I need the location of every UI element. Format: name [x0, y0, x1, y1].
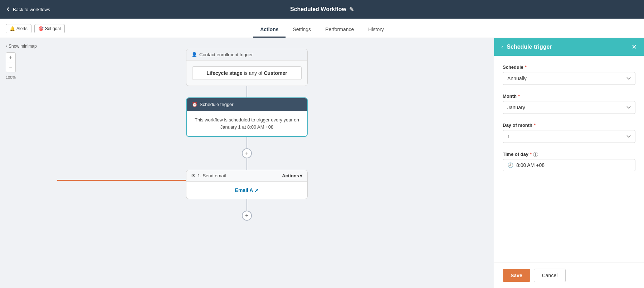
- tab-settings[interactable]: Settings: [286, 27, 318, 38]
- schedule-trigger-body: This workflow is scheduled to trigger ev…: [187, 111, 307, 136]
- connector-line-3: [247, 158, 247, 170]
- day-required-star: *: [534, 123, 536, 128]
- schedule-select[interactable]: Annually Monthly Weekly Daily: [503, 72, 635, 85]
- day-select-wrap: 1 2345 6789 10111213 14151617 18192021 2…: [503, 130, 635, 143]
- panel-body: Schedule * Annually Monthly Weekly Daily…: [494, 56, 644, 263]
- panel-header-left: ‹ Schedule trigger: [501, 44, 552, 50]
- workflow-title: Scheduled Workflow ✎: [290, 6, 354, 13]
- schedule-field-group: Schedule * Annually Monthly Weekly Daily: [503, 64, 635, 85]
- month-select[interactable]: January February March April May June Ju…: [503, 101, 635, 114]
- edit-workflow-title-icon[interactable]: ✎: [349, 6, 354, 13]
- tab-actions[interactable]: Actions: [253, 27, 286, 38]
- set-goal-button[interactable]: 🎯 Set goal: [34, 24, 65, 33]
- sub-nav-left-actions: 🔔 Alerts 🎯 Set goal: [6, 24, 65, 38]
- schedule-trigger-node[interactable]: ⏰ Schedule trigger This workflow is sche…: [186, 97, 308, 137]
- day-of-month-label: Day of month *: [503, 123, 635, 128]
- month-field-group: Month * January February March April May…: [503, 93, 635, 114]
- time-of-day-label: Time of day * i: [503, 152, 635, 157]
- main-layout: › Show minimap + − 100% 👤 Contact enroll…: [0, 38, 644, 288]
- time-of-day-field-group: Time of day * i 🕗: [503, 152, 635, 171]
- dropdown-arrow-icon: ▾: [300, 173, 302, 178]
- connector-line-2: [247, 137, 247, 148]
- add-action-button[interactable]: +: [242, 148, 252, 158]
- month-field-label: Month *: [503, 93, 635, 99]
- panel-back-button[interactable]: ‹: [501, 44, 503, 50]
- contact-icon: 👤: [191, 52, 197, 57]
- enrollment-trigger-header: 👤 Contact enrollment trigger: [186, 49, 307, 61]
- connector-line-1: [247, 86, 247, 97]
- goal-icon: 🎯: [38, 26, 44, 31]
- schedule-trigger-panel: ‹ Schedule trigger ✕ Schedule * Annually…: [494, 38, 644, 288]
- nav-tabs: Actions Settings Performance History: [253, 19, 391, 38]
- add-action-bottom-button[interactable]: +: [242, 211, 252, 221]
- send-email-actions-button[interactable]: Actions ▾: [282, 173, 302, 178]
- enrollment-trigger-node[interactable]: 👤 Contact enrollment trigger Lifecycle s…: [186, 49, 308, 86]
- sub-navigation: 🔔 Alerts 🎯 Set goal Actions Settings Per…: [0, 19, 644, 38]
- schedule-trigger-header: ⏰ Schedule trigger: [187, 98, 307, 111]
- day-of-month-field-group: Day of month * 1 2345 6789 10111213 1415…: [503, 123, 635, 143]
- panel-footer: Save Cancel: [494, 263, 644, 288]
- back-to-workflows-link[interactable]: Back to workflows: [6, 7, 50, 12]
- save-button[interactable]: Save: [503, 269, 530, 282]
- connector-line-4: [247, 199, 247, 211]
- workflow-nodes-area: 👤 Contact enrollment trigger Lifecycle s…: [0, 38, 494, 288]
- time-required-star: *: [530, 152, 532, 157]
- panel-title: Schedule trigger: [507, 44, 552, 50]
- connector-3: +: [242, 199, 252, 221]
- external-link-icon: ↗: [254, 187, 259, 193]
- cancel-button[interactable]: Cancel: [534, 269, 566, 282]
- schedule-required-star: *: [525, 64, 527, 70]
- email-icon: ✉: [191, 173, 195, 178]
- clock-icon: ⏰: [192, 102, 197, 107]
- time-info-icon[interactable]: i: [533, 152, 538, 157]
- back-arrow-icon: [6, 7, 11, 12]
- panel-close-button[interactable]: ✕: [631, 43, 637, 51]
- connector-1: [247, 86, 247, 97]
- alerts-button[interactable]: 🔔 Alerts: [6, 24, 31, 33]
- enrollment-condition: Lifecycle stage is any of Customer: [192, 66, 302, 80]
- alert-icon: 🔔: [10, 26, 15, 31]
- workflow-canvas[interactable]: › Show minimap + − 100% 👤 Contact enroll…: [0, 38, 494, 288]
- send-email-header: ✉ 1. Send email Actions ▾: [186, 170, 307, 182]
- send-email-body: Email A ↗: [186, 182, 307, 199]
- panel-header: ‹ Schedule trigger ✕: [494, 38, 644, 56]
- tab-performance[interactable]: Performance: [318, 27, 361, 38]
- enrollment-trigger-body: Lifecycle stage is any of Customer: [186, 61, 307, 86]
- tab-history[interactable]: History: [361, 27, 391, 38]
- send-email-node[interactable]: ✉ 1. Send email Actions ▾ Email A ↗: [186, 170, 308, 199]
- send-email-header-left: ✉ 1. Send email: [191, 173, 226, 178]
- schedule-field-label: Schedule *: [503, 64, 635, 70]
- month-required-star: *: [518, 93, 520, 99]
- month-select-wrap: January February March April May June Ju…: [503, 101, 635, 114]
- time-of-day-input[interactable]: [516, 162, 631, 168]
- connector-2: +: [242, 137, 252, 170]
- day-of-month-select[interactable]: 1 2345 6789 10111213 14151617 18192021 2…: [503, 130, 635, 143]
- schedule-select-wrap: Annually Monthly Weekly Daily: [503, 72, 635, 85]
- top-navigation: Back to workflows Scheduled Workflow ✎: [0, 0, 644, 19]
- time-input-wrap: 🕗: [503, 159, 635, 171]
- clock-input-icon: 🕗: [507, 162, 513, 168]
- email-a-link[interactable]: Email A ↗: [192, 187, 302, 193]
